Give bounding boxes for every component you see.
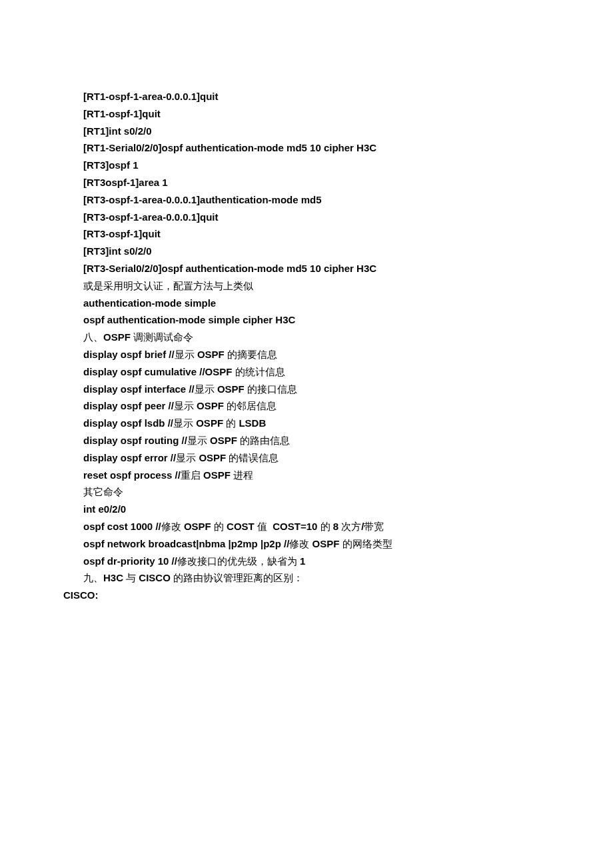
text-line: display ospf interface //显示 OSPF 的接口信息 bbox=[83, 381, 613, 398]
text-line: [RT1-Serial0/2/0]ospf authentication-mod… bbox=[83, 139, 613, 157]
text-segment: [RT3-ospf-1]quit bbox=[83, 228, 161, 239]
text-line: int e0/2/0 bbox=[83, 501, 613, 518]
text-line: CISCO: bbox=[63, 587, 613, 604]
text-segment: 重启 bbox=[181, 469, 203, 481]
text-segment: 的统计信息 bbox=[235, 366, 285, 377]
text-segment: display ospf peer // bbox=[83, 400, 174, 411]
text-segment: 带宽 bbox=[364, 521, 384, 532]
text-line: [RT3ospf-1]area 1 bbox=[83, 174, 613, 191]
text-segment: 的 bbox=[214, 521, 227, 532]
text-line: [RT3]ospf 1 bbox=[83, 157, 613, 174]
text-segment: OSPF bbox=[203, 469, 233, 481]
text-segment: ospf dr-priority 10 // bbox=[83, 555, 177, 567]
text-segment: 1 bbox=[300, 555, 305, 567]
text-segment: 8 bbox=[333, 521, 342, 532]
text-segment: 显示 bbox=[173, 417, 196, 429]
text-segment: LSDB bbox=[239, 417, 266, 429]
text-line: display ospf lsdb //显示 OSPF 的 LSDB bbox=[83, 415, 613, 432]
text-segment: 修改 bbox=[289, 538, 312, 549]
text-segment: 进程 bbox=[233, 469, 253, 481]
text-segment: OSPF bbox=[217, 383, 247, 395]
text-line: display ospf peer //显示 OSPF 的邻居信息 bbox=[83, 397, 613, 415]
text-segment: reset ospf process // bbox=[83, 469, 181, 481]
text-line: [RT1-ospf-1-area-0.0.0.1]quit bbox=[83, 88, 613, 105]
text-line: [RT3-ospf-1-area-0.0.0.1]authentication-… bbox=[83, 191, 613, 209]
document-body: [RT1-ospf-1-area-0.0.0.1]quit[RT1-ospf-1… bbox=[83, 88, 613, 604]
text-segment: 显示 bbox=[176, 452, 199, 463]
text-segment: 显示 bbox=[187, 435, 210, 446]
text-line: ospf cost 1000 //修改 OSPF 的 COST 值 COST=1… bbox=[83, 518, 613, 535]
text-segment: 的错误信息 bbox=[229, 452, 279, 463]
text-line: display ospf error //显示 OSPF 的错误信息 bbox=[83, 449, 613, 467]
text-segment: [RT3]int s0/2/0 bbox=[83, 245, 152, 257]
text-segment: 的邻居信息 bbox=[227, 400, 277, 411]
text-segment: 的接口信息 bbox=[247, 383, 297, 395]
text-segment: OSPF bbox=[196, 417, 226, 429]
text-segment: H3C bbox=[103, 572, 126, 583]
text-segment: int e0/2/0 bbox=[83, 503, 126, 515]
text-line: [RT3-ospf-1-area-0.0.0.1]quit bbox=[83, 209, 613, 226]
text-line: [RT1-ospf-1]quit bbox=[83, 105, 613, 123]
text-line: authentication-mode simple bbox=[83, 295, 613, 312]
text-line: reset ospf process //重启 OSPF 进程 bbox=[83, 467, 613, 484]
text-segment: 的路由协议管理距离的区别： bbox=[173, 572, 303, 583]
text-segment: 或是采用明文认证，配置方法与上类似 bbox=[83, 280, 253, 291]
text-segment: CISCO bbox=[139, 572, 173, 583]
text-segment: OSPF bbox=[197, 400, 227, 411]
text-segment: display ospf cumulative //OSPF bbox=[83, 366, 235, 377]
text-segment: display ospf error // bbox=[83, 452, 176, 463]
text-segment: [RT3ospf-1]area 1 bbox=[83, 177, 168, 188]
text-segment: 的路由信息 bbox=[240, 435, 290, 446]
text-segment: OSPF bbox=[210, 435, 240, 446]
text-line: display ospf brief //显示 OSPF 的摘要信息 bbox=[83, 346, 613, 363]
text-segment: CISCO: bbox=[63, 589, 99, 601]
text-segment: 的 bbox=[320, 521, 333, 532]
text-segment: 修改接口的优先级，缺省为 bbox=[177, 555, 300, 567]
text-segment: 的摘要信息 bbox=[227, 349, 277, 360]
text-segment: [RT3-ospf-1-area-0.0.0.1]quit bbox=[83, 211, 219, 223]
text-segment: display ospf interface // bbox=[83, 383, 195, 395]
text-segment: OSPF bbox=[103, 331, 133, 343]
text-line: ospf dr-priority 10 //修改接口的优先级，缺省为 1 bbox=[83, 553, 613, 570]
text-line: [RT3-ospf-1]quit bbox=[83, 225, 613, 243]
text-segment: 的网络类型 bbox=[342, 538, 392, 549]
text-segment: [RT1-ospf-1-area-0.0.0.1]quit bbox=[83, 91, 219, 102]
text-line: 其它命令 bbox=[83, 483, 613, 501]
text-line: [RT3-Serial0/2/0]ospf authentication-mod… bbox=[83, 260, 613, 277]
text-segment: COST=10 bbox=[273, 521, 320, 532]
text-segment: [RT1-ospf-1]quit bbox=[83, 108, 161, 119]
text-line: 八、OSPF 调测调试命令 bbox=[83, 329, 613, 346]
text-line: 九、H3C 与 CISCO 的路由协议管理距离的区别： bbox=[83, 569, 613, 587]
text-segment: [RT3-Serial0/2/0]ospf authentication-mod… bbox=[83, 263, 376, 274]
text-segment: OSPF bbox=[197, 349, 227, 360]
text-segment: 九、 bbox=[83, 572, 103, 583]
text-segment: 与 bbox=[126, 572, 139, 583]
text-segment: OSPF bbox=[184, 521, 214, 532]
text-segment: 显示 bbox=[195, 383, 217, 395]
text-line: ospf network broadcast|nbma |p2mp |p2p /… bbox=[83, 535, 613, 553]
text-segment: 显示 bbox=[174, 400, 197, 411]
text-segment: OSPF bbox=[199, 452, 229, 463]
text-line: ospf authentication-mode simple cipher H… bbox=[83, 311, 613, 329]
text-segment: 其它命令 bbox=[83, 486, 123, 497]
text-segment: [RT3]ospf 1 bbox=[83, 159, 139, 171]
text-segment: COST bbox=[227, 521, 257, 532]
text-segment: display ospf brief // bbox=[83, 349, 175, 360]
text-segment: authentication-mode simple bbox=[83, 297, 216, 309]
text-segment: OSPF bbox=[312, 538, 342, 549]
text-segment: 显示 bbox=[175, 349, 197, 360]
text-segment: display ospf routing // bbox=[83, 435, 187, 446]
text-segment: ospf network broadcast|nbma |p2mp |p2p /… bbox=[83, 538, 289, 549]
text-segment: 修改 bbox=[161, 521, 184, 532]
text-segment: ospf authentication-mode simple cipher H… bbox=[83, 314, 295, 325]
text-segment: display ospf lsdb // bbox=[83, 417, 173, 429]
text-segment: 的 bbox=[226, 417, 239, 429]
text-segment: [RT3-ospf-1-area-0.0.0.1]authentication-… bbox=[83, 194, 322, 205]
text-segment: 值 bbox=[257, 521, 273, 532]
text-line: display ospf cumulative //OSPF 的统计信息 bbox=[83, 363, 613, 381]
text-segment: [RT1-Serial0/2/0]ospf authentication-mod… bbox=[83, 142, 376, 153]
text-line: [RT1]int s0/2/0 bbox=[83, 123, 613, 140]
text-segment: ospf cost 1000 // bbox=[83, 521, 161, 532]
text-segment: 八、 bbox=[83, 331, 103, 343]
text-line: [RT3]int s0/2/0 bbox=[83, 243, 613, 260]
